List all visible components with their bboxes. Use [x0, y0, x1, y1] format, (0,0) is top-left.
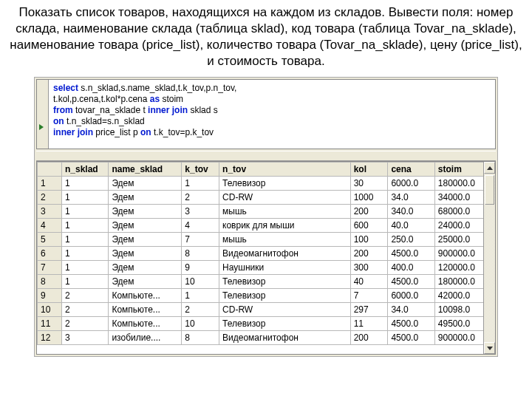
row-number[interactable]: 4	[38, 219, 62, 233]
cell[interactable]: 6000.0	[388, 177, 434, 191]
cell[interactable]: Эдем	[109, 177, 182, 191]
cell[interactable]: 1	[61, 261, 108, 275]
cell[interactable]: Телевизор	[219, 177, 351, 191]
table-row[interactable]: 92Компьюте...1Телевизор76000.042000.0	[38, 289, 495, 303]
pane-splitter[interactable]	[36, 151, 496, 161]
cell[interactable]: 200	[350, 331, 388, 345]
cell[interactable]: 8	[182, 247, 219, 261]
cell[interactable]: 1	[182, 177, 219, 191]
cell[interactable]: 3	[61, 331, 108, 345]
row-number[interactable]: 1	[38, 177, 62, 191]
cell[interactable]: 40	[350, 275, 388, 289]
cell[interactable]: Эдем	[109, 261, 182, 275]
table-row[interactable]: 61Эдем8Видеомагнитофон2004500.0900000.0	[38, 247, 495, 261]
cell[interactable]: 1	[61, 247, 108, 261]
vertical-scrollbar[interactable]	[483, 162, 495, 354]
cell[interactable]: 9	[182, 261, 219, 275]
cell[interactable]: Компьюте...	[109, 303, 182, 317]
cell[interactable]: 2	[182, 303, 219, 317]
cell[interactable]: Телевизор	[219, 317, 351, 331]
cell[interactable]: мышь	[219, 233, 351, 247]
table-row[interactable]: 71Эдем9Наушники300400.0120000.0	[38, 261, 495, 275]
cell[interactable]: 10	[182, 317, 219, 331]
cell[interactable]: 2	[182, 191, 219, 205]
cell[interactable]: 7	[182, 233, 219, 247]
cell[interactable]: 34.0	[388, 303, 434, 317]
scroll-track[interactable]	[484, 174, 495, 342]
row-number[interactable]: 7	[38, 261, 62, 275]
row-number[interactable]: 6	[38, 247, 62, 261]
table-row[interactable]: 31Эдем3мышь200340.068000.0	[38, 205, 495, 219]
corner-cell[interactable]	[38, 163, 62, 177]
cell[interactable]: Телевизор	[219, 289, 351, 303]
cell[interactable]: 4500.0	[388, 275, 434, 289]
cell[interactable]: изобилие....	[109, 331, 182, 345]
scroll-up-button[interactable]	[484, 162, 495, 174]
row-number[interactable]: 3	[38, 205, 62, 219]
cell[interactable]: 400.0	[388, 261, 434, 275]
cell[interactable]: 3	[182, 205, 219, 219]
table-row[interactable]: 51Эдем7мышь100250.025000.0	[38, 233, 495, 247]
cell[interactable]: 300	[350, 261, 388, 275]
cell[interactable]: Видеомагнитофон	[219, 247, 351, 261]
row-number[interactable]: 2	[38, 191, 62, 205]
cell[interactable]: 6000.0	[388, 289, 434, 303]
col-header[interactable]: name_sklad	[109, 163, 182, 177]
table-row[interactable]: 102Компьюте...2CD-RW29734.010098.0	[38, 303, 495, 317]
cell[interactable]: 200	[350, 247, 388, 261]
cell[interactable]: 1	[61, 233, 108, 247]
cell[interactable]: Эдем	[109, 205, 182, 219]
cell[interactable]: 100	[350, 233, 388, 247]
cell[interactable]: 1	[182, 289, 219, 303]
scroll-thumb[interactable]	[485, 175, 494, 205]
cell[interactable]: CD-RW	[219, 191, 351, 205]
cell[interactable]: 10	[182, 275, 219, 289]
row-number[interactable]: 8	[38, 275, 62, 289]
cell[interactable]: 1	[61, 275, 108, 289]
cell[interactable]: 2	[61, 289, 108, 303]
cell[interactable]: Наушники	[219, 261, 351, 275]
cell[interactable]: Эдем	[109, 233, 182, 247]
table-row[interactable]: 41Эдем4коврик для мыши60040.024000.0	[38, 219, 495, 233]
cell[interactable]: 4500.0	[388, 331, 434, 345]
cell[interactable]: Эдем	[109, 275, 182, 289]
cell[interactable]: Телевизор	[219, 275, 351, 289]
cell[interactable]: 250.0	[388, 233, 434, 247]
row-number[interactable]: 9	[38, 289, 62, 303]
cell[interactable]: Компьюте...	[109, 289, 182, 303]
cell[interactable]: 297	[350, 303, 388, 317]
cell[interactable]: Эдем	[109, 219, 182, 233]
cell[interactable]: 2	[61, 303, 108, 317]
cell[interactable]: 40.0	[388, 219, 434, 233]
scroll-down-button[interactable]	[484, 342, 495, 354]
cell[interactable]: 11	[350, 317, 388, 331]
cell[interactable]: коврик для мыши	[219, 219, 351, 233]
cell[interactable]: 1000	[350, 191, 388, 205]
cell[interactable]: 1	[61, 219, 108, 233]
row-number[interactable]: 5	[38, 233, 62, 247]
table-row[interactable]: 11Эдем1Телевизор306000.0180000.0	[38, 177, 495, 191]
cell[interactable]: 340.0	[388, 205, 434, 219]
cell[interactable]: мышь	[219, 205, 351, 219]
table-row[interactable]: 81Эдем10Телевизор404500.0180000.0	[38, 275, 495, 289]
cell[interactable]: 7	[350, 289, 388, 303]
table-row[interactable]: 21Эдем2CD-RW100034.034000.0	[38, 191, 495, 205]
cell[interactable]: 200	[350, 205, 388, 219]
col-header[interactable]: n_sklad	[61, 163, 108, 177]
cell[interactable]: Эдем	[109, 191, 182, 205]
row-number[interactable]: 12	[38, 331, 62, 345]
col-header[interactable]: n_tov	[219, 163, 351, 177]
row-number[interactable]: 10	[38, 303, 62, 317]
cell[interactable]: 1	[61, 177, 108, 191]
cell[interactable]: 4500.0	[388, 247, 434, 261]
cell[interactable]: 1	[61, 191, 108, 205]
row-number[interactable]: 11	[38, 317, 62, 331]
cell[interactable]: 1	[61, 205, 108, 219]
cell[interactable]: 2	[61, 317, 108, 331]
col-header[interactable]: kol	[350, 163, 388, 177]
sql-editor[interactable]: select s.n_sklad,s.name_sklad,t.k_tov,p.…	[36, 79, 496, 149]
cell[interactable]: 34.0	[388, 191, 434, 205]
cell[interactable]: Компьюте...	[109, 317, 182, 331]
cell[interactable]: Видеомагнитофон	[219, 331, 351, 345]
col-header[interactable]: cena	[388, 163, 434, 177]
